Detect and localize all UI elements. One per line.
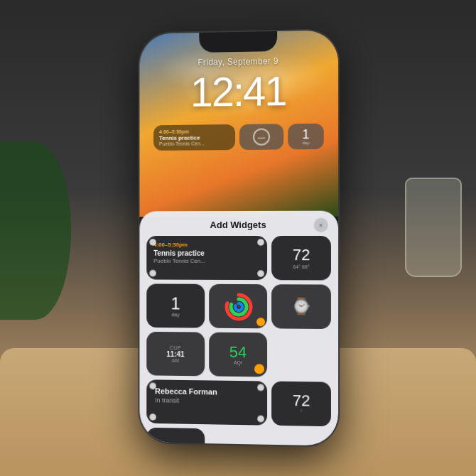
plant-decoration — [0, 142, 71, 320]
temperature-range: 64° 88° — [293, 264, 309, 269]
clock-time: 11:41 — [166, 350, 184, 357]
phone-notch — [199, 31, 277, 53]
widget-grid: 4:00–5:30pm Tennis practice Pueblo Tenni… — [139, 236, 338, 446]
resize-handle-tl2 — [149, 382, 156, 389]
ls-timer-widget[interactable]: — — [239, 124, 284, 150]
clock-ampm: AM — [172, 357, 179, 362]
resize-handle-br — [257, 270, 264, 277]
ls-day-label: day — [303, 141, 310, 145]
phone-device: Friday, September 9 12:41 4:00–5:30pm Te… — [139, 30, 338, 445]
ls-calendar-widget[interactable]: 4:00–5:30pm Tennis practice Pueblo Tenni… — [153, 124, 235, 151]
resize-handle-bl — [149, 270, 156, 277]
activity-rings-widget[interactable] — [209, 284, 268, 329]
timer-icon: — — [253, 129, 270, 146]
ls-cal-location: Pueblo Tennis Cen... — [159, 141, 229, 146]
temperature-value: 72 — [293, 247, 310, 263]
ls-day-number: 1 — [302, 128, 309, 141]
resize-handle-br2 — [257, 415, 264, 422]
watch-icon: ⌚ — [291, 297, 310, 315]
resize-handle-tl — [149, 239, 156, 246]
find-my-widget[interactable]: Rebecca Forman In transit — [146, 379, 267, 425]
svg-point-2 — [235, 303, 242, 310]
day-number: 1 — [171, 295, 180, 312]
activity-badge — [256, 318, 265, 326]
day-widget[interactable]: 1 day — [146, 283, 205, 328]
temperature-circle-widget[interactable]: 72 ° — [271, 382, 331, 427]
lockscreen-widgets: 4:00–5:30pm Tennis practice Pueblo Tenni… — [153, 124, 324, 151]
air-quality-widget[interactable]: 54 AQI — [209, 332, 268, 377]
svg-point-1 — [231, 299, 247, 315]
cal-time-range: 4:00–5:30pm — [153, 242, 260, 248]
calendar-widget-main[interactable]: 4:00–5:30pm Tennis practice Pueblo Tenni… — [146, 236, 267, 280]
panel-title: Add Widgets — [210, 220, 266, 230]
panel-header: Add Widgets × — [139, 211, 338, 236]
cal-event-name: Tennis practice — [153, 249, 260, 257]
resize-handle-tr2 — [257, 384, 264, 391]
lockscreen-time: 12:41 — [139, 66, 338, 117]
person-name: Rebecca Forman — [155, 386, 259, 396]
day-label: day — [171, 312, 179, 317]
jar-decoration — [405, 178, 462, 277]
world-clock-widget[interactable]: CUP 11:41 AM — [146, 332, 205, 377]
ls-cal-time: 4:00–5:30pm — [159, 129, 229, 134]
resize-handle-tr — [257, 239, 264, 246]
lockscreen-background: Friday, September 9 12:41 4:00–5:30pm Te… — [139, 30, 338, 217]
watch-widget[interactable]: ⌚ — [271, 284, 331, 329]
close-button[interactable]: × — [314, 218, 328, 232]
add-widgets-panel: Add Widgets × 4:00–5:30pm Tennis practic… — [139, 211, 338, 446]
person-status: In transit — [155, 396, 259, 405]
ls-day-widget[interactable]: 1 day — [288, 124, 323, 150]
resize-handle-bl2 — [149, 413, 156, 421]
aqi-badge — [254, 364, 264, 374]
aqi-value: 54 — [229, 344, 247, 359]
aqi-label: AQI — [234, 359, 242, 364]
cal-location: Pueblo Tennis Cen... — [153, 258, 260, 264]
temp-unit: ° — [301, 409, 303, 414]
activity-rings — [225, 293, 251, 320]
temp-circle-value: 72 — [293, 393, 310, 409]
temperature-widget[interactable]: 72 64° 88° — [271, 236, 331, 281]
